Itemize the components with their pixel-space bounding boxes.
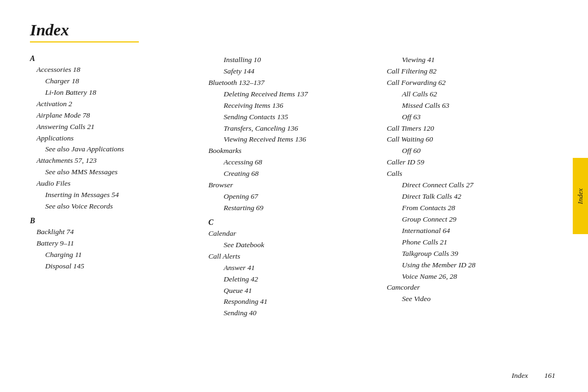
page-title: Index — [30, 21, 555, 39]
footer-page-number: 161 — [544, 371, 555, 380]
entry-off-60: Off 60 — [387, 145, 555, 157]
entry-attachments: Attachments 57, 123 — [30, 155, 199, 167]
entry-bookmarks: Bookmarks — [209, 145, 377, 157]
entry-answering-calls: Answering Calls 21 — [30, 121, 199, 133]
section-a: A — [30, 54, 199, 63]
entry-call-filtering: Call Filtering 82 — [387, 66, 555, 77]
entry-camcorder: Camcorder — [387, 282, 555, 293]
entry-see-voice: See also Voice Records — [30, 201, 199, 212]
entry-calls: Calls — [387, 168, 555, 180]
entry-missed-calls: Missed Calls 63 — [387, 100, 555, 112]
entry-charger: Charger 18 — [30, 76, 199, 87]
entry-transfers: Transfers, Canceling 136 — [209, 123, 377, 134]
entry-disposal: Disposal 145 — [30, 261, 199, 272]
entry-queue: Queue 41 — [209, 285, 377, 297]
entry-responding: Responding 41 — [209, 296, 377, 308]
entry-accessing: Accessing 68 — [209, 157, 377, 168]
entry-deleting-received: Deleting Received Items 137 — [209, 89, 377, 100]
entry-charging: Charging 11 — [30, 249, 199, 261]
entry-safety: Safety 144 — [209, 66, 377, 77]
entry-bluetooth: Bluetooth 132–137 — [209, 77, 377, 89]
entry-see-video: See Video — [387, 293, 555, 305]
page-container: Index A Accessories 18 Charger 18 Li-Ion… — [0, 0, 588, 392]
entry-sending-alerts: Sending 40 — [209, 308, 377, 319]
entry-see-java: See also Java Applications — [30, 144, 199, 155]
entry-browser: Browser — [209, 180, 377, 191]
entry-receiving-items: Receiving Items 136 — [209, 100, 377, 112]
entry-off-63: Off 63 — [387, 112, 555, 123]
column-1: A Accessories 18 Charger 18 Li-Ion Batte… — [30, 54, 209, 319]
entry-opening: Opening 67 — [209, 191, 377, 203]
entry-caller-id: Caller ID 59 — [387, 157, 555, 168]
entry-group-connect: Group Connect 29 — [387, 214, 555, 225]
entry-audio-files: Audio Files — [30, 178, 199, 189]
column-2: Installing 10 Safety 144 Bluetooth 132–1… — [209, 54, 387, 319]
entry-member-id: Using the Member ID 28 — [387, 260, 555, 271]
entry-inserting: Inserting in Messages 54 — [30, 189, 199, 201]
entry-sending-contacts: Sending Contacts 135 — [209, 112, 377, 123]
entry-airplane: Airplane Mode 78 — [30, 110, 199, 121]
entry-call-timers: Call Timers 120 — [387, 123, 555, 134]
entry-restarting: Restarting 69 — [209, 203, 377, 214]
entry-backlight: Backlight 74 — [30, 226, 199, 238]
entry-activation: Activation 2 — [30, 99, 199, 110]
entry-from-contacts: From Contacts 28 — [387, 203, 555, 214]
entry-accessories: Accessories 18 — [30, 64, 199, 76]
entry-deleting-alerts: Deleting 42 — [209, 274, 377, 285]
entry-phone-calls: Phone Calls 21 — [387, 237, 555, 248]
entry-direct-connect: Direct Connect Calls 27 — [387, 180, 555, 191]
entry-call-alerts: Call Alerts — [209, 251, 377, 262]
entry-international: International 64 — [387, 225, 555, 237]
section-b: B — [30, 217, 199, 225]
entry-applications: Applications — [30, 133, 199, 144]
title-rule — [30, 41, 139, 42]
entry-answer: Answer 41 — [209, 262, 377, 274]
entry-voice-name: Voice Name 26, 28 — [387, 271, 555, 283]
entry-talkgroup: Talkgroup Calls 39 — [387, 248, 555, 260]
entry-direct-talk: Direct Talk Calls 42 — [387, 191, 555, 203]
side-tab-label: Index — [576, 188, 585, 204]
entry-liion: Li-Ion Battery 18 — [30, 87, 199, 99]
column-3: Viewing 41 Call Filtering 82 Call Forwar… — [387, 54, 555, 319]
entry-installing: Installing 10 — [209, 54, 377, 66]
entry-see-datebook: See Datebook — [209, 240, 377, 251]
entry-see-mms: See also MMS Messages — [30, 167, 199, 178]
entry-battery: Battery 9–11 — [30, 238, 199, 249]
entry-calendar: Calendar — [209, 228, 377, 240]
entry-call-forwarding: Call Forwarding 62 — [387, 77, 555, 89]
entry-call-waiting: Call Waiting 60 — [387, 134, 555, 145]
entry-all-calls: All Calls 62 — [387, 89, 555, 100]
footer-label: Index — [512, 371, 528, 380]
footer: Index 161 — [512, 371, 555, 380]
entry-viewing: Viewing 41 — [387, 54, 555, 66]
index-side-tab: Index — [573, 158, 588, 234]
index-columns: A Accessories 18 Charger 18 Li-Ion Batte… — [30, 54, 555, 319]
entry-creating: Creating 68 — [209, 168, 377, 180]
entry-viewing-received: Viewing Received Items 136 — [209, 134, 377, 145]
section-c: C — [209, 218, 377, 227]
